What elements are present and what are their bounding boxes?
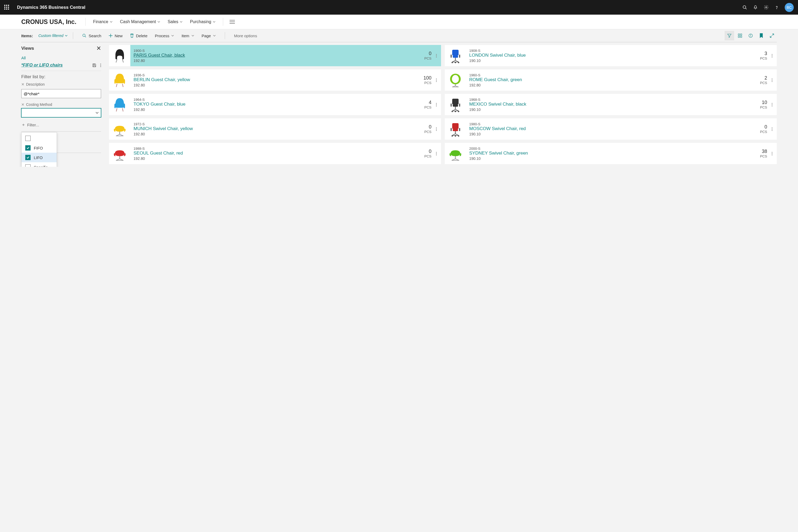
avatar[interactable]: BC xyxy=(785,3,794,12)
expand-icon[interactable] xyxy=(767,31,777,40)
delete-label: Delete xyxy=(136,34,147,38)
svg-rect-11 xyxy=(738,34,740,35)
bell-icon[interactable] xyxy=(750,2,761,13)
item-dropdown[interactable]: Item xyxy=(182,34,194,38)
item-name[interactable]: PARIS Guest Chair, black xyxy=(134,53,421,58)
add-filter[interactable]: ＋Filter... xyxy=(21,122,101,128)
item-more-icon[interactable] xyxy=(433,54,439,57)
item-card[interactable]: 1908-S LONDON Swivel Chair, blue 190.10 … xyxy=(445,45,777,66)
svg-point-51 xyxy=(458,111,459,112)
company-name[interactable]: CRONUS USA, Inc. xyxy=(21,18,76,25)
nav-purchasing[interactable]: Purchasing xyxy=(190,19,215,24)
item-unit: PCS xyxy=(424,130,432,134)
tiles-view-icon[interactable] xyxy=(735,31,745,40)
item-card[interactable]: 2000-S SYDNEY Swivel Chair, green 190.10… xyxy=(445,143,777,164)
item-name[interactable]: LONDON Swivel Chair, blue xyxy=(469,53,757,58)
view-active[interactable]: *FIFO or LIFO chairs xyxy=(21,63,63,68)
filter-view-dropdown[interactable]: Custom filtered xyxy=(38,34,68,38)
item-card[interactable]: 1980-S MOSCOW Swivel Chair, red 190.10 0… xyxy=(445,118,777,140)
search-icon[interactable] xyxy=(740,2,750,13)
item-more-icon[interactable] xyxy=(433,152,439,155)
item-name[interactable]: MEXICO Swivel Chair, black xyxy=(469,101,757,107)
item-unit: PCS xyxy=(760,81,767,85)
svg-point-67 xyxy=(455,135,456,137)
svg-line-22 xyxy=(122,59,124,62)
search-action[interactable]: Search xyxy=(82,34,101,38)
svg-point-7 xyxy=(83,34,85,36)
app-launcher-icon[interactable] xyxy=(4,5,10,10)
item-more-icon[interactable] xyxy=(769,54,775,57)
filter-list-heading: Filter list by: xyxy=(21,74,101,79)
checkbox-icon[interactable] xyxy=(25,155,31,160)
checkbox-icon[interactable] xyxy=(25,145,31,151)
item-price: 190.10 xyxy=(469,58,757,63)
remove-filter-icon[interactable]: ✕ xyxy=(21,82,24,87)
svg-point-0 xyxy=(743,5,746,8)
description-input[interactable] xyxy=(21,89,101,98)
item-more-icon[interactable] xyxy=(433,78,439,82)
item-more-icon[interactable] xyxy=(769,78,775,82)
new-action[interactable]: New xyxy=(109,34,122,38)
more-icon[interactable] xyxy=(100,63,101,67)
checkbox-icon[interactable] xyxy=(25,136,31,141)
dropdown-option[interactable]: LIFO xyxy=(22,153,57,162)
svg-rect-24 xyxy=(453,56,458,58)
item-sku: 1908-S xyxy=(469,49,757,53)
dropdown-option[interactable]: Specific xyxy=(22,162,57,167)
help-icon[interactable] xyxy=(772,2,782,13)
nav-sales[interactable]: Sales xyxy=(168,19,183,24)
item-name[interactable]: ROME Guest Chair, green xyxy=(469,77,757,82)
item-more-icon[interactable] xyxy=(769,128,775,131)
close-icon[interactable]: ✕ xyxy=(96,45,101,52)
filter-pane-icon[interactable] xyxy=(725,31,734,40)
item-more-icon[interactable] xyxy=(769,152,775,155)
process-dropdown[interactable]: Process xyxy=(155,34,174,38)
item-card[interactable]: 1972-S MUNICH Swivel Chair, yellow 192.8… xyxy=(109,118,441,140)
item-price: 192.80 xyxy=(469,83,757,87)
item-qty: 0 xyxy=(424,124,432,130)
item-name[interactable]: BERLIN Guest Chair, yellow xyxy=(134,77,420,82)
gear-icon[interactable] xyxy=(761,2,772,13)
item-more-icon[interactable] xyxy=(433,128,439,131)
costing-method-select[interactable] xyxy=(21,108,101,117)
search-label: Search xyxy=(89,34,101,38)
dropdown-option[interactable]: FIFO xyxy=(22,143,57,153)
item-more-icon[interactable] xyxy=(769,103,775,107)
item-thumbnail xyxy=(445,118,466,140)
item-name[interactable]: TOKYO Guest Chair, blue xyxy=(134,101,421,107)
item-name[interactable]: SYDNEY Swivel Chair, green xyxy=(469,151,757,156)
process-label: Process xyxy=(155,34,169,38)
svg-rect-23 xyxy=(452,50,459,56)
item-more-icon[interactable] xyxy=(433,103,439,107)
info-icon[interactable] xyxy=(746,31,756,40)
svg-line-43 xyxy=(122,108,123,111)
item-card[interactable]: 1960-S ROME Guest Chair, green 192.80 2 … xyxy=(445,70,777,91)
bookmark-icon[interactable] xyxy=(757,31,766,40)
item-qty: 2 xyxy=(760,75,767,81)
nav-finance[interactable]: Finance xyxy=(93,19,113,24)
remove-filter-icon[interactable]: ✕ xyxy=(21,102,24,107)
divider xyxy=(223,18,223,26)
svg-rect-14 xyxy=(741,36,742,38)
item-card[interactable]: 1964-S TOKYO Guest Chair, blue 192.80 4 … xyxy=(109,94,441,115)
view-all[interactable]: All xyxy=(21,56,101,60)
item-name[interactable]: MOSCOW Swivel Chair, red xyxy=(469,126,757,131)
nav-cash-management[interactable]: Cash Management xyxy=(120,19,160,24)
item-sku: 2000-S xyxy=(469,147,757,151)
item-card[interactable]: 1968-S MEXICO Swivel Chair, black 190.10… xyxy=(445,94,777,115)
checkbox-icon[interactable] xyxy=(25,165,31,167)
item-card[interactable]: 1936-S BERLIN Guest Chair, yellow 192.80… xyxy=(109,70,441,91)
item-price: 192.80 xyxy=(134,108,421,112)
svg-point-2 xyxy=(765,7,767,8)
page-dropdown[interactable]: Page xyxy=(202,34,216,38)
dropdown-option[interactable] xyxy=(22,134,57,143)
menu-icon[interactable] xyxy=(230,20,235,24)
svg-rect-13 xyxy=(738,36,740,38)
item-card[interactable]: 1900-S PARIS Guest Chair, black 192.80 0… xyxy=(109,45,441,66)
delete-action[interactable]: Delete xyxy=(130,34,147,38)
item-card[interactable]: 1988-S SEOUL Guest Chair, red 192.80 0 P… xyxy=(109,143,441,164)
save-icon[interactable] xyxy=(92,63,97,68)
item-name[interactable]: MUNICH Swivel Chair, yellow xyxy=(134,126,421,131)
item-name[interactable]: SEOUL Guest Chair, red xyxy=(134,151,421,156)
more-options[interactable]: More options xyxy=(234,34,257,38)
